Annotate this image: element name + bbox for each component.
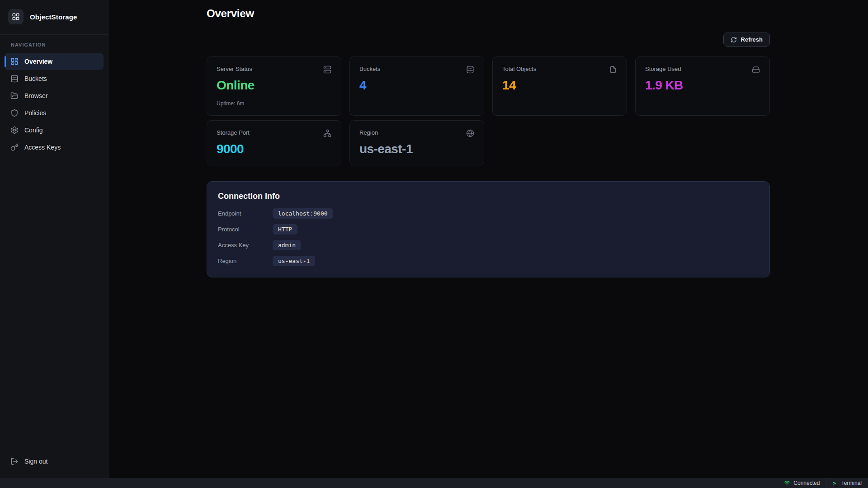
stat-label: Total Objects bbox=[502, 66, 536, 72]
connection-label: Protocol bbox=[218, 226, 273, 233]
stat-cards: Server Status Online Uptime: 6m Buckets … bbox=[207, 56, 770, 165]
connection-status-label: Connected bbox=[793, 480, 820, 486]
sidebar-nav: NAVIGATION Overview Buckets Browser Poli… bbox=[0, 35, 108, 156]
stat-value: 14 bbox=[502, 78, 617, 93]
dashboard-grid-icon bbox=[10, 57, 19, 66]
log-out-icon bbox=[10, 457, 19, 465]
connection-row-endpoint: Endpoint localhost:9000 bbox=[218, 208, 759, 219]
connection-row-protocol: Protocol HTTP bbox=[218, 224, 759, 235]
shield-icon bbox=[10, 109, 19, 117]
toolbar: Refresh bbox=[207, 33, 770, 47]
file-icon bbox=[609, 66, 617, 74]
refresh-label: Refresh bbox=[741, 36, 763, 43]
stat-label: Storage Used bbox=[645, 66, 681, 72]
app-title: ObjectStorage bbox=[30, 13, 77, 21]
stat-label: Server Status bbox=[217, 66, 252, 72]
sign-out-button[interactable]: Sign out bbox=[5, 453, 104, 470]
connection-value: HTTP bbox=[273, 224, 297, 235]
connection-label: Access Key bbox=[218, 242, 273, 249]
stat-card-total-objects: Total Objects 14 bbox=[492, 56, 627, 116]
stat-card-region: Region us-east-1 bbox=[349, 120, 484, 165]
network-icon bbox=[323, 129, 331, 137]
connection-row-access-key: Access Key admin bbox=[218, 240, 759, 250]
globe-icon bbox=[466, 129, 474, 137]
connection-value: localhost:9000 bbox=[273, 208, 333, 219]
sidebar-item-browser[interactable]: Browser bbox=[5, 87, 104, 104]
sidebar-item-label: Browser bbox=[24, 92, 47, 99]
gear-icon bbox=[10, 126, 19, 134]
stat-card-buckets: Buckets 4 bbox=[349, 56, 484, 116]
database-icon bbox=[466, 66, 474, 74]
stat-label: Region bbox=[359, 129, 378, 136]
stat-card-storage-port: Storage Port 9000 bbox=[207, 120, 341, 165]
sidebar: ObjectStorage NAVIGATION Overview Bucket… bbox=[0, 0, 108, 478]
connection-label: Region bbox=[218, 258, 273, 264]
sidebar-item-config[interactable]: Config bbox=[5, 122, 104, 139]
stat-card-server-status: Server Status Online Uptime: 6m bbox=[207, 56, 341, 116]
status-bar: Connected >_ Terminal bbox=[0, 478, 868, 488]
page-title: Overview bbox=[207, 7, 770, 20]
stat-value: 4 bbox=[359, 78, 474, 93]
sidebar-item-policies[interactable]: Policies bbox=[5, 104, 104, 122]
terminal-toggle[interactable]: >_ Terminal bbox=[826, 478, 868, 488]
stat-subtext: Uptime: 6m bbox=[217, 100, 331, 107]
sidebar-footer: Sign out bbox=[0, 446, 108, 478]
terminal-label: Terminal bbox=[841, 480, 862, 486]
connection-info-title: Connection Info bbox=[218, 192, 759, 201]
sidebar-item-label: Overview bbox=[24, 58, 52, 65]
stat-value: 1.9 KB bbox=[645, 78, 760, 93]
stat-value: us-east-1 bbox=[359, 142, 474, 156]
server-icon bbox=[323, 66, 331, 74]
connection-value: us-east-1 bbox=[273, 256, 315, 266]
sidebar-item-label: Access Keys bbox=[24, 144, 61, 151]
sidebar-item-label: Policies bbox=[24, 109, 46, 117]
main-content: Overview Refresh Server Status Online U bbox=[108, 0, 868, 478]
connection-status: Connected bbox=[778, 478, 826, 488]
stat-value: Online bbox=[217, 78, 331, 93]
stat-value: 9000 bbox=[217, 142, 331, 156]
stat-card-storage-used: Storage Used 1.9 KB bbox=[635, 56, 770, 116]
refresh-icon bbox=[731, 37, 737, 43]
sidebar-item-buckets[interactable]: Buckets bbox=[5, 70, 104, 87]
connection-info-panel: Connection Info Endpoint localhost:9000 … bbox=[207, 181, 770, 277]
key-icon bbox=[10, 143, 19, 151]
refresh-button[interactable]: Refresh bbox=[723, 33, 770, 47]
database-icon bbox=[10, 75, 19, 83]
connection-value: admin bbox=[273, 240, 301, 250]
sidebar-item-label: Buckets bbox=[24, 75, 47, 82]
connection-label: Endpoint bbox=[218, 210, 273, 217]
sidebar-item-label: Config bbox=[24, 127, 42, 134]
sign-out-label: Sign out bbox=[24, 458, 47, 465]
app-logo-row: ObjectStorage bbox=[0, 0, 108, 34]
hard-drive-icon bbox=[752, 66, 760, 74]
nav-section-label: NAVIGATION bbox=[5, 42, 104, 47]
terminal-prompt-icon: >_ bbox=[833, 480, 838, 486]
stat-label: Storage Port bbox=[217, 129, 250, 136]
connection-row-region: Region us-east-1 bbox=[218, 256, 759, 266]
app-logo bbox=[8, 9, 24, 24]
sidebar-item-access-keys[interactable]: Access Keys bbox=[5, 139, 104, 156]
stat-label: Buckets bbox=[359, 66, 380, 72]
sidebar-item-overview[interactable]: Overview bbox=[5, 53, 104, 70]
grid-logo-icon bbox=[12, 13, 20, 21]
wifi-icon bbox=[784, 480, 790, 486]
folder-open-icon bbox=[10, 92, 19, 100]
